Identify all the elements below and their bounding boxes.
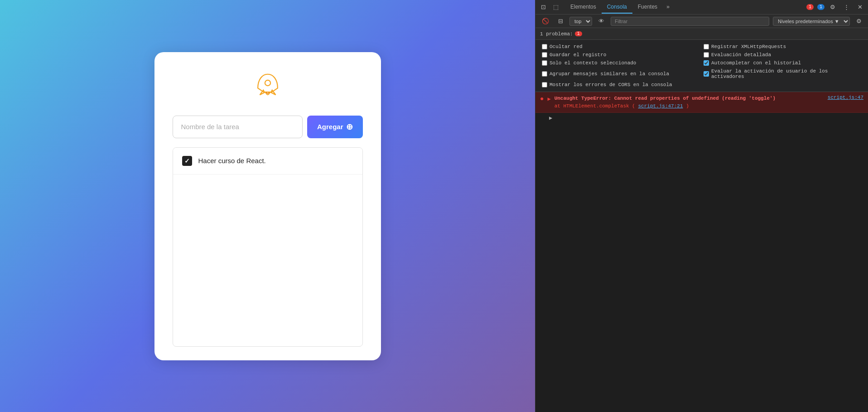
error-stack-link[interactable]: script.js:47:21 [638,103,683,109]
task-item[interactable]: ✓ Hacer curso de React. [173,148,362,174]
solo-contexto-checkbox[interactable] [542,60,547,66]
input-row: Agregar ⊕ [173,116,363,138]
dock-icon[interactable]: ⊡ [538,2,549,12]
tab-elementos[interactable]: Elementos [565,1,602,14]
issues-label: 1 problema: [540,31,573,37]
devtools-settings-icons: 1 1 ⚙ ⋮ ✕ [805,2,865,12]
devtools-tabs: Elementos Consola Fuentes » [565,1,673,14]
evaluar-activacion-checkbox[interactable] [704,71,709,77]
devtools-toolbar-top: ⊡ ⬚ Elementos Consola Fuentes » 1 1 ⚙ ⋮ … [535,0,868,15]
more-tabs-icon[interactable]: » [663,1,673,13]
expand-arrow-icon[interactable]: ▶ [549,115,552,121]
devtools-panel: ⊡ ⬚ Elementos Consola Fuentes » 1 1 ⚙ ⋮ … [535,0,868,412]
cursor-icon[interactable]: ⬚ [550,2,561,12]
toggle-sidebar-icon[interactable]: ⊟ [555,16,566,26]
error-badge: 1 [806,4,814,10]
autocompletar-checkbox[interactable] [704,60,709,66]
tab-consola[interactable]: Consola [602,1,632,14]
task-text: Hacer curso de React. [198,157,266,165]
issues-count-badge: 1 [575,31,582,36]
checkbox-evaluar-activacion[interactable]: Evaluar la activación de usuario de los … [702,67,863,81]
more-options-icon[interactable]: ⋮ [841,2,852,12]
error-text-main: Uncaught TypeError: Cannot read properti… [555,96,776,101]
issues-badge: 1 problema: 1 [540,31,582,37]
ocultar-red-checkbox[interactable] [542,44,547,49]
app-background: Agregar ⊕ ✓ Hacer curso de React. [0,0,535,412]
filter-input[interactable] [611,17,769,26]
levels-select[interactable]: Niveles predeterminados ▼ [773,17,850,26]
eye-icon[interactable]: 👁 [596,16,607,26]
checkbox-registrar-xhr[interactable]: Registrar XMLHttpRequests [702,43,863,51]
warning-badge: 1 [817,4,825,10]
devtools-toolbar-second: 🚫 ⊟ top 👁 Niveles predeterminados ▼ ⚙ [535,15,868,28]
checkbox-solo-contexto[interactable]: Solo el contexto seleccionado [540,59,702,67]
todo-card: Agregar ⊕ ✓ Hacer curso de React. [154,52,381,360]
plus-icon: ⊕ [346,122,353,132]
checkmark-icon: ✓ [184,157,190,165]
error-triangle-icon: ▶ [547,96,550,102]
checkbox-guardar-registro[interactable]: Guardar el registro [540,51,702,59]
checkbox-agrupar-mensajes[interactable]: Agrupar mensajes similares en la consola [540,67,702,81]
error-dot-icon: ● [540,95,544,102]
console-log-area[interactable]: ● ▶ Uncaught TypeError: Cannot read prop… [535,92,868,412]
devtools-checkboxes: Ocultar red Registrar XMLHttpRequests Gu… [535,40,868,92]
checkbox-cors-errors[interactable]: Mostrar los errores de CORS en la consol… [540,81,702,89]
task-checkbox[interactable]: ✓ [182,156,192,166]
add-button[interactable]: Agregar ⊕ [307,116,363,138]
console-expand-row[interactable]: ▶ [535,113,868,123]
task-input[interactable] [173,116,303,138]
rocket-icon [252,70,284,102]
error-stack-line: at HTMLElement.compleTask ( [555,103,635,109]
devtools-toolbar-issues: 1 problema: 1 [535,28,868,40]
checkbox-ocultar-red[interactable]: Ocultar red [540,43,702,51]
context-select[interactable]: top [569,17,592,26]
agrupar-mensajes-checkbox[interactable] [542,71,547,77]
close-devtools-icon[interactable]: ✕ [855,2,865,12]
error-stack-close: ) [686,103,689,109]
checkbox-evaluacion-detallada[interactable]: Evaluación detallada [702,51,863,59]
svg-point-0 [265,80,270,85]
cors-errors-checkbox[interactable] [542,82,547,87]
settings-gear-icon[interactable]: ⚙ [854,16,864,26]
console-error-row[interactable]: ● ▶ Uncaught TypeError: Cannot read prop… [535,92,868,113]
error-file-link[interactable]: script.js:47 [828,95,863,100]
add-button-label: Agregar [317,123,343,131]
settings-icon[interactable]: ⚙ [827,2,838,12]
error-message: Uncaught TypeError: Cannot read properti… [555,95,824,110]
evaluacion-detallada-checkbox[interactable] [704,52,709,58]
guardar-registro-checkbox[interactable] [542,52,547,58]
clear-console-icon[interactable]: 🚫 [539,16,552,26]
checkbox-autocompletar[interactable]: Autocompletar con el historial [702,59,863,67]
registrar-xhr-checkbox[interactable] [704,44,709,49]
task-list[interactable]: ✓ Hacer curso de React. [173,147,363,347]
tab-fuentes[interactable]: Fuentes [632,1,663,14]
